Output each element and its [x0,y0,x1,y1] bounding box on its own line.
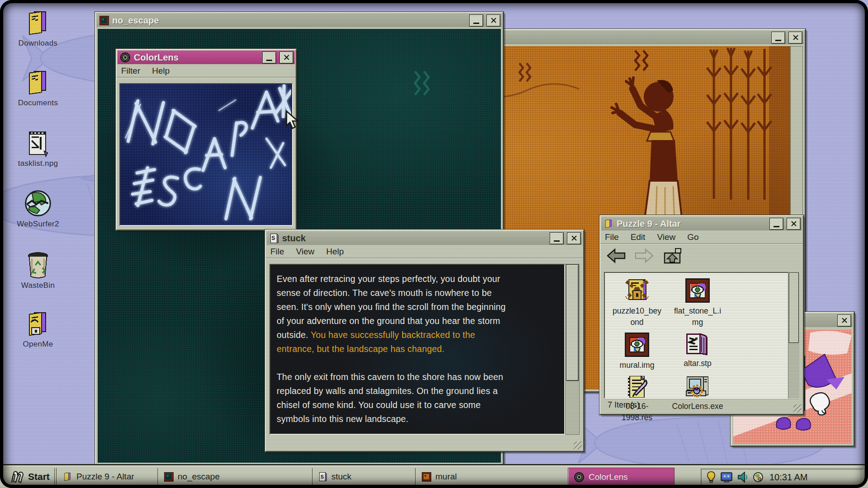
resize-grip[interactable] [793,404,802,413]
menu-filter[interactable]: Filter [121,66,140,76]
start-label: Start [28,471,50,482]
desktop-icon-label: Documents [12,99,64,108]
taskbar-task-colorlens[interactable]: ColorLens [568,468,675,487]
menu-view[interactable]: View [296,247,315,257]
window-title: no_escape [112,15,466,26]
desktop-icon-label: OpenMe [12,340,64,349]
story-line: of your adventure on the ground that you… [277,314,564,328]
desktop-icon-tasklist[interactable]: tasklist.npg [12,128,64,168]
window-stuck: S stuck File View Help Even after retrac… [265,230,584,452]
titlebar-stuck[interactable]: S stuck [267,231,582,245]
image-icon [99,15,109,25]
taskbar-task-stuck[interactable]: S stuck [312,468,420,485]
desktop-icon-openme[interactable]: OpenMe [12,310,64,349]
minimize-button[interactable] [550,232,564,244]
titlebar-puzzle9[interactable]: Puzzle 9 - Altar [601,217,802,230]
story-line: The only exit from this cavern to the sh… [277,370,564,384]
orb-tray-icon[interactable] [753,472,764,483]
desktop-icon-label: tasklist.npg [12,159,64,168]
scrollbar-thumb[interactable] [789,272,799,343]
file-item-flat-stone[interactable]: flat_stone_L.img [667,277,728,328]
start-logo-icon [9,470,24,483]
file-item-res-file[interactable]: 08-16-1998.res [607,374,667,423]
forward-button[interactable] [634,248,655,264]
file-item-mural-img[interactable]: mural.img [607,331,667,371]
puzzle9-menubar: File Edit View Go [600,230,803,244]
clock: 10:31 AM [769,472,808,483]
story-line: symbols into this new landscape. [277,412,564,426]
display-tray-icon[interactable] [720,472,733,483]
folder-icon [24,9,52,37]
lightbulb-tray-icon[interactable] [706,471,716,483]
resize-grip[interactable] [574,441,582,450]
puzzle9-scrollbar[interactable] [788,272,799,399]
story-line: Even after retracing your steps perfectl… [277,272,564,286]
speaker-tray-icon[interactable] [737,472,749,483]
desktop-icon-websurfer2[interactable]: WebSurfer2 [12,189,64,229]
minimize-button[interactable] [469,14,483,27]
file-item-puzzle10-beyond[interactable]: puzzle10_beyond [607,277,667,328]
folder-icon [24,69,52,97]
titlebar-colorlens[interactable]: ColorLens [118,51,295,64]
menu-go[interactable]: Go [687,232,698,242]
desktop-icon-wastebin[interactable]: WasteBin [12,250,64,290]
close-icon [791,221,797,227]
story-line: chisel of some kind. You could use it to… [277,398,564,412]
back-button[interactable] [606,248,627,264]
lens-icon [120,52,131,63]
stuck-scrollbar[interactable] [565,264,580,435]
svg-text:S: S [272,235,275,241]
close-button[interactable] [787,218,801,230]
story-line-mixed: outside. You have successfully backtrack… [277,328,564,342]
menu-help[interactable]: Help [326,247,344,257]
lens-icon [574,472,585,483]
taskbar-task-no-escape[interactable]: no_escape [157,468,317,485]
scrollbar-thumb[interactable] [566,264,579,381]
stuck-menubar: File View Help [266,245,583,258]
close-button[interactable] [279,52,293,64]
locked-folder-icon [24,310,52,338]
menu-edit[interactable]: Edit [631,232,646,242]
task-label: ColorLens [589,472,628,482]
desktop-icon-documents[interactable]: Documents [12,69,64,108]
file-item-altar-stp[interactable]: altar.stp [667,331,728,371]
window-puzzle9-altar: Puzzle 9 - Altar File Edit View Go [599,215,804,415]
menu-help[interactable]: Help [152,66,170,76]
story-line: sense of direction. The cave's mouth is … [277,286,564,300]
minimize-icon [774,226,779,227]
file-name: flat_stone_L.img [671,305,724,328]
file-item-colorlens-exe[interactable]: ColorLens.exe [667,374,728,423]
minimize-button[interactable] [262,52,276,64]
titlebar-no-escape[interactable]: no_escape [97,14,502,27]
minimize-button[interactable] [771,32,785,44]
taskbar-task-puzzle9[interactable]: Puzzle 9 - Altar [56,468,163,485]
window-title: ColorLens [134,52,259,63]
close-icon [841,317,848,324]
close-button[interactable] [486,14,500,27]
task-label: Puzzle 9 - Altar [76,472,134,482]
taskbar-task-mural[interactable]: mural [415,468,524,485]
task-label: stuck [331,472,351,482]
close-button[interactable] [837,314,851,327]
image-icon [164,472,174,482]
crt-screen: Downloads Documents tasklist.npg WebSurf… [0,0,868,488]
folder-icon [604,219,613,229]
file-list-panel: puzzle10_beyond flat_stone_L.img [604,272,799,399]
close-icon [491,17,497,23]
note-quill-icon [623,374,651,400]
minimize-icon [554,240,560,242]
taskbar-divider [54,468,55,485]
menu-view[interactable]: View [657,232,675,242]
up-directory-button[interactable] [662,247,683,265]
menu-file[interactable]: File [605,232,619,242]
book-icon [684,331,712,357]
menu-file[interactable]: File [270,247,284,257]
close-button[interactable] [788,32,802,44]
desktop-icon-downloads[interactable]: Downloads [12,9,64,48]
minimize-button[interactable] [769,218,783,230]
titlebar-mural[interactable] [452,31,804,44]
note-icon [25,128,51,157]
start-button[interactable]: Start [5,469,54,485]
close-button[interactable] [567,232,581,244]
window-colorlens: ColorLens Filter Help [116,49,297,230]
